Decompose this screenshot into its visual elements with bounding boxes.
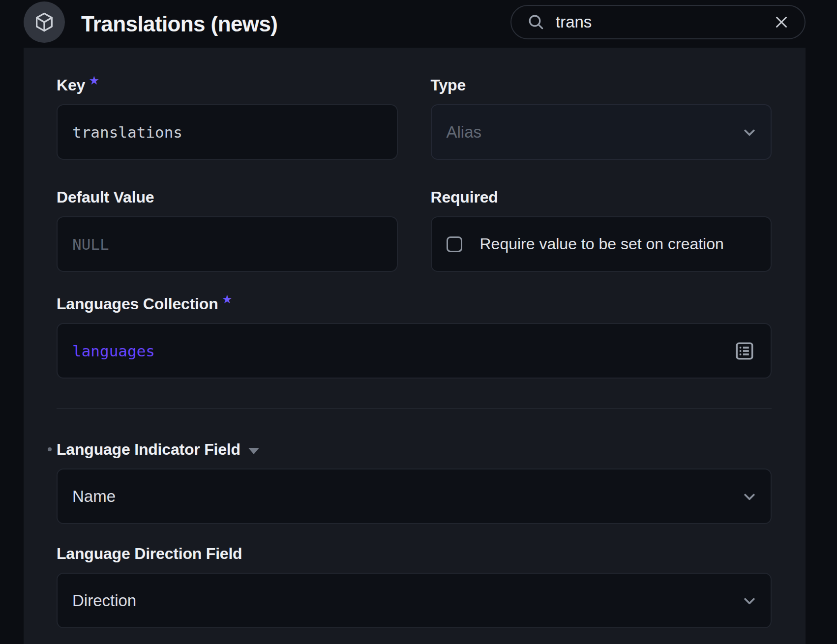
field-settings-panel: Key★ Type Alias Default Value — [24, 48, 806, 644]
clear-search-button[interactable] — [769, 10, 794, 34]
field-required: Required Require value to be set on crea… — [431, 187, 772, 272]
languages-collection-field[interactable]: languages — [57, 323, 772, 379]
section-divider — [57, 408, 772, 409]
required-star-icon: ★ — [223, 290, 232, 309]
language-direction-label: Language Direction Field — [57, 544, 772, 563]
languages-collection-value: languages — [72, 342, 155, 360]
field-language-direction: Language Direction Field Direction — [57, 544, 772, 628]
cube-icon — [33, 11, 56, 33]
language-indicator-select[interactable]: Name — [57, 468, 772, 524]
default-value-input[interactable] — [72, 217, 382, 271]
key-label: Key★ — [57, 75, 398, 95]
default-value-label: Default Value — [57, 187, 398, 207]
required-checkbox-label: Require value to be set on creation — [480, 235, 724, 253]
search-input[interactable] — [556, 13, 769, 31]
languages-collection-label: Languages Collection★ — [57, 294, 772, 314]
language-indicator-label: Language Indicator Field — [57, 439, 772, 459]
language-direction-value: Direction — [72, 591, 136, 610]
collection-list-button[interactable] — [731, 338, 758, 364]
collection-icon-circle — [24, 1, 65, 43]
required-label: Required — [431, 187, 772, 207]
default-value-input-box — [57, 216, 398, 272]
required-checkbox-group: Require value to be set on creation — [431, 216, 772, 272]
list-icon — [733, 340, 756, 362]
type-select-value: Alias — [447, 123, 482, 142]
key-input-box — [57, 104, 398, 160]
field-type: Type Alias — [431, 75, 772, 160]
type-label: Type — [431, 75, 772, 95]
field-languages-collection: Languages Collection★ languages — [57, 294, 772, 379]
label-menu-caret-icon[interactable] — [248, 448, 259, 454]
required-checkbox[interactable] — [447, 236, 462, 252]
drawer-header: Translations (news) — [0, 0, 837, 48]
page-title: Translations (news) — [81, 12, 277, 36]
search-icon — [526, 12, 546, 32]
field-key: Key★ — [57, 75, 398, 160]
search-box[interactable] — [510, 5, 806, 39]
key-input[interactable] — [72, 105, 382, 159]
required-star-icon: ★ — [90, 71, 99, 90]
field-language-indicator: Language Indicator Field Name — [57, 439, 772, 524]
edited-dot-icon — [48, 447, 52, 451]
language-direction-select[interactable]: Direction — [57, 573, 772, 628]
chevron-down-icon — [739, 122, 760, 143]
type-select[interactable]: Alias — [431, 104, 772, 160]
chevron-down-icon — [739, 486, 760, 507]
chevron-down-icon — [739, 590, 760, 611]
field-default-value: Default Value — [57, 187, 398, 272]
language-indicator-value: Name — [72, 487, 116, 506]
close-icon — [772, 13, 791, 31]
